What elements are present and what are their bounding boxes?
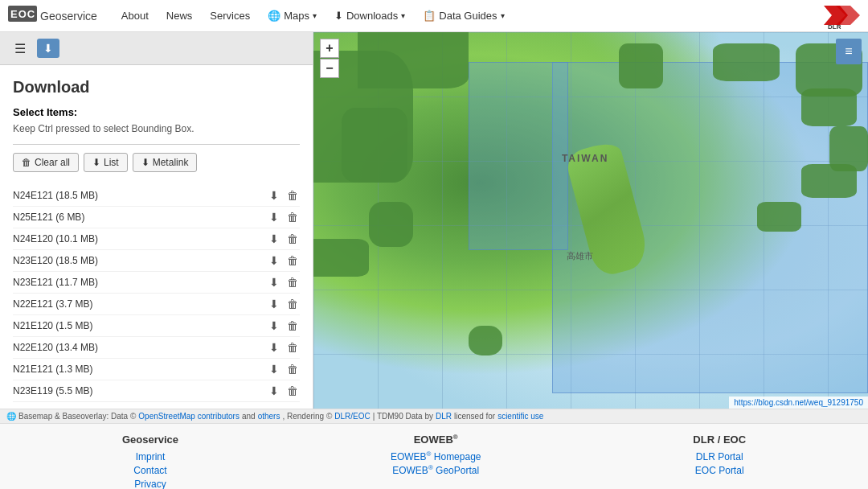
map-zoom-controls: + −	[320, 39, 339, 78]
file-delete-button[interactable]: 🗑	[285, 274, 300, 290]
file-list: N24E121 (18.5 MB) ⬇ 🗑 N25E121 (6 MB) ⬇ 🗑…	[13, 185, 300, 402]
file-download-button[interactable]: ⬇	[268, 296, 280, 312]
guide-icon: 📋	[423, 10, 436, 22]
file-download-button[interactable]: ⬇	[268, 339, 280, 355]
footer-link[interactable]: Imprint	[136, 451, 166, 462]
dlr-eoc-link[interactable]: DLR/EOC	[334, 412, 370, 421]
footer-link[interactable]: DLR Portal	[696, 451, 743, 462]
osm-link[interactable]: OpenStreetMap contributors	[138, 412, 240, 421]
dlr-logo: DLR	[820, 2, 860, 30]
green-patch-bottom1	[469, 326, 502, 355]
footer-link[interactable]: EOC Portal	[695, 465, 744, 476]
file-name: N22E120 (13.4 MB)	[13, 342, 268, 353]
main-content: ☰ ⬇ Download Select Items: Keep Ctrl pre…	[0, 32, 868, 409]
file-delete-button[interactable]: 🗑	[285, 383, 300, 399]
file-actions: ⬇ 🗑	[268, 274, 300, 290]
nav-about[interactable]: About	[113, 5, 157, 27]
nav-downloads[interactable]: ⬇ Downloads ▾	[326, 5, 413, 27]
file-download-button[interactable]: ⬇	[268, 318, 280, 334]
eoc-logo: EOC	[8, 6, 37, 26]
highlight-region-west	[469, 62, 568, 250]
file-download-button[interactable]: ⬇	[268, 383, 280, 399]
footer-links: ImprintContactPrivacy	[122, 450, 178, 489]
file-download-button[interactable]: ⬇	[268, 187, 280, 203]
footer-link[interactable]: EOWEB® GeoPortal	[392, 465, 479, 476]
file-item: N21E121 (1.3 MB) ⬇ 🗑	[13, 359, 300, 380]
file-name: N23E119 (5.5 MB)	[13, 385, 268, 397]
file-download-button[interactable]: ⬇	[268, 209, 280, 225]
file-actions: ⬇ 🗑	[268, 361, 300, 377]
svg-text:EOC: EOC	[10, 8, 35, 20]
map-list-button[interactable]: ≡	[836, 39, 862, 64]
footer-col-title: Geoservice	[122, 434, 178, 446]
file-delete-button[interactable]: 🗑	[285, 318, 300, 334]
footer-link-item: Privacy	[122, 478, 178, 489]
map-canvas: TAIWAN 高雄市	[313, 32, 868, 409]
file-delete-button[interactable]: 🗑	[285, 339, 300, 355]
dlr-link[interactable]: DLR	[436, 412, 452, 421]
footer-col-title: EOWEB®	[391, 434, 481, 446]
footer-link-item: Contact	[122, 464, 178, 476]
footer-link[interactable]: Privacy	[134, 479, 166, 489]
footer-link-item: DLR Portal	[693, 450, 746, 462]
file-item: N21E120 (1.5 MB) ⬇ 🗑	[13, 315, 300, 337]
file-download-button[interactable]: ⬇	[268, 253, 280, 269]
file-download-button[interactable]: ⬇	[268, 361, 280, 377]
others-link[interactable]: others	[258, 412, 280, 421]
list-icon: ≡	[845, 44, 852, 59]
file-delete-button[interactable]: 🗑	[285, 231, 300, 247]
file-delete-button[interactable]: 🗑	[285, 209, 300, 225]
list-button[interactable]: ⬇ List	[84, 153, 128, 172]
list-download-icon: ⬇	[92, 157, 100, 168]
file-delete-button[interactable]: 🗑	[285, 253, 300, 269]
file-actions: ⬇ 🗑	[268, 339, 300, 355]
geoservice-label: Geoservice	[40, 10, 97, 23]
main-nav: About News Services 🌐 Maps ▾ ⬇ Downloads…	[113, 5, 820, 27]
footer-link-item: EOC Portal	[693, 464, 746, 476]
zoom-in-button[interactable]: +	[320, 39, 339, 58]
logo-area: EOC Geoservice	[8, 6, 97, 26]
file-name: N25E121 (6 MB)	[13, 212, 268, 223]
footer-link-item: EOWEB® GeoPortal	[391, 464, 481, 476]
green-patch-r6	[801, 164, 857, 198]
file-name: N24E120 (10.1 MB)	[13, 233, 268, 244]
nav-services[interactable]: Services	[202, 5, 258, 27]
metalink-download-icon: ⬇	[141, 157, 149, 168]
file-item: N23E119 (5.5 MB) ⬇ 🗑	[13, 380, 300, 402]
bounding-box-note: Keep Ctrl pressed to select Bounding Box…	[13, 123, 300, 134]
file-delete-button[interactable]: 🗑	[285, 296, 300, 312]
file-download-button[interactable]: ⬇	[268, 231, 280, 247]
footer-col-title: DLR / EOC	[693, 434, 746, 446]
svg-text:DLR: DLR	[828, 23, 841, 30]
file-delete-button[interactable]: 🗑	[285, 361, 300, 377]
scientific-use-link[interactable]: scientific use	[497, 412, 543, 421]
footer-link[interactable]: EOWEB® Homepage	[391, 451, 481, 462]
zoom-out-button[interactable]: −	[320, 59, 339, 78]
globe-icon: 🌐	[268, 10, 280, 22]
file-name: N24E121 (18.5 MB)	[13, 190, 268, 201]
nav-news[interactable]: News	[158, 5, 201, 27]
file-actions: ⬇ 🗑	[268, 296, 300, 312]
panel-download-icon-button[interactable]: ⬇	[37, 39, 59, 58]
nav-maps[interactable]: 🌐 Maps ▾	[260, 5, 325, 27]
file-delete-button[interactable]: 🗑	[285, 187, 300, 203]
footer-link[interactable]: Contact	[133, 465, 166, 476]
metalink-button[interactable]: ⬇ Metalink	[133, 153, 198, 172]
map-area[interactable]: TAIWAN 高雄市 + − ≡ https://blog.csdn.net/w…	[313, 32, 868, 409]
file-actions: ⬇ 🗑	[268, 318, 300, 334]
data-guides-caret-icon: ▾	[501, 11, 505, 20]
clear-all-button[interactable]: 🗑 Clear all	[13, 153, 79, 172]
footer-links: EOWEB® HomepageEOWEB® GeoPortal	[391, 450, 481, 476]
panel-content: Download Select Items: Keep Ctrl pressed…	[0, 65, 313, 409]
panel-title: Download	[13, 78, 300, 97]
select-items-label: Select Items:	[13, 106, 300, 118]
land-patch-2	[342, 108, 408, 183]
file-item: N22E120 (13.4 MB) ⬇ 🗑	[13, 337, 300, 359]
nav-data-guides[interactable]: 📋 Data Guides ▾	[415, 5, 512, 27]
trash-icon: 🗑	[22, 157, 31, 168]
hamburger-button[interactable]: ☰	[10, 39, 31, 58]
footer-columns: GeoserviceImprintContactPrivacyEOWEB®EOW…	[0, 424, 868, 489]
file-actions: ⬇ 🗑	[268, 231, 300, 247]
file-download-button[interactable]: ⬇	[268, 274, 280, 290]
file-name: N22E121 (3.7 MB)	[13, 298, 268, 310]
